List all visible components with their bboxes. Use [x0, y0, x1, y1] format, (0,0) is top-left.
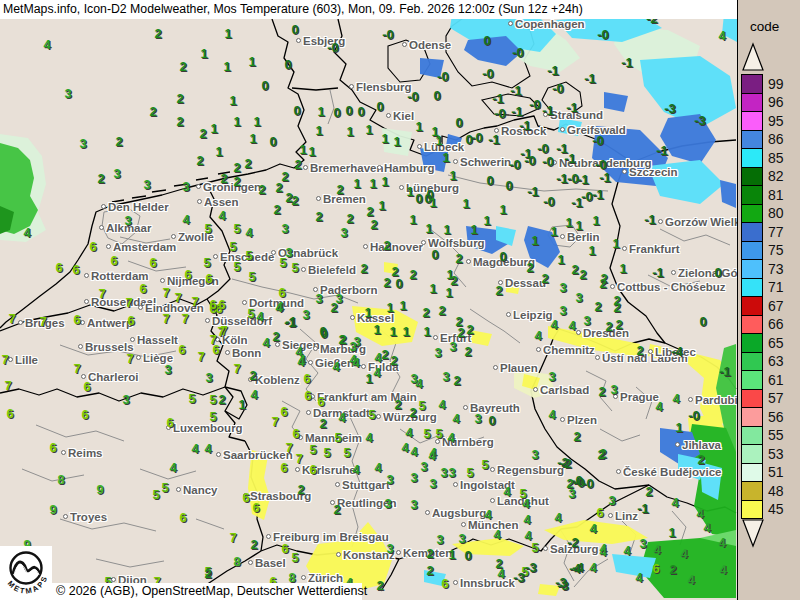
- temp-value: 2: [273, 203, 280, 216]
- temp-value: 4: [332, 360, 339, 373]
- temp-value: 5: [309, 443, 316, 456]
- temp-value: 6: [89, 240, 96, 253]
- temp-value: 2: [422, 306, 429, 319]
- city-label-kempten: Kempten: [396, 547, 452, 559]
- legend-arrow-up-icon: [741, 42, 765, 71]
- temp-value: 1: [299, 143, 306, 156]
- temp-value: 2: [250, 538, 257, 551]
- temp-value: 2: [97, 172, 104, 185]
- temp-value: 3: [458, 532, 465, 545]
- city-label-amsterdam: Amsterdam: [106, 241, 176, 253]
- temp-value: 1: [381, 132, 388, 145]
- temp-value: 0: [488, 414, 495, 427]
- temp-value: 6: [55, 261, 62, 274]
- temp-value: 2: [346, 212, 353, 225]
- city-label-cottbus-ch-ebuz: Cottbus - Chóśebuz: [610, 281, 726, 293]
- temp-value: 2: [315, 210, 322, 223]
- temp-value: -0: [494, 107, 506, 120]
- temp-value: 3: [559, 281, 566, 294]
- temp-value: 0: [455, 116, 462, 129]
- legend-code-label: 67: [768, 298, 784, 314]
- temp-value: 3: [608, 494, 615, 507]
- temp-value: 3: [436, 533, 443, 546]
- temp-value: 2: [566, 477, 573, 490]
- temp-value: -1: [621, 56, 633, 69]
- legend-swatch: [741, 500, 763, 520]
- temp-value: 4: [522, 497, 529, 510]
- temp-value: 1: [233, 115, 240, 128]
- temp-value: -1: [599, 171, 611, 184]
- temp-value: 6: [166, 416, 173, 429]
- legend-swatch: [741, 167, 763, 187]
- temp-value: -1: [719, 365, 731, 378]
- legend-swatch: [741, 389, 763, 409]
- temp-value: 0: [465, 133, 472, 146]
- legend-swatch: [741, 481, 763, 501]
- city-label-bonn: Bonn: [225, 347, 261, 359]
- temp-value: -0: [582, 477, 594, 490]
- legend-code-label: 80: [768, 205, 784, 221]
- city-label-troyes: Troyes: [63, 511, 107, 523]
- temp-value: 4: [338, 411, 345, 424]
- temp-value: 7: [229, 531, 236, 544]
- legend-entry: 67: [741, 296, 800, 316]
- temp-value: 6: [184, 268, 191, 281]
- temp-value: 1: [365, 372, 372, 385]
- temp-value: -0: [437, 70, 449, 83]
- temp-value: 7: [181, 312, 188, 325]
- temp-value: 2: [294, 158, 301, 171]
- temp-value: 2: [605, 320, 612, 333]
- temp-value: 5: [343, 446, 350, 459]
- metmaps-logo[interactable]: METMAPS: [0, 546, 52, 600]
- temp-value: 1: [200, 47, 207, 60]
- city-label-bielefeld: Bielefeld: [301, 264, 356, 276]
- temp-value: 1: [445, 286, 452, 299]
- temp-value: 3: [124, 214, 131, 227]
- temp-value: 4: [250, 388, 257, 401]
- temp-value: 4: [534, 329, 541, 342]
- temp-value: -0: [382, 28, 394, 41]
- legend-swatch: [741, 259, 763, 279]
- temp-value: 3: [449, 340, 456, 353]
- temp-value: 6: [81, 408, 88, 421]
- legend-swatch: [741, 463, 763, 483]
- temp-value: 4: [415, 377, 422, 390]
- city-label-den-helder: Den Helder: [101, 201, 169, 213]
- city-label-schwerin: Schwerin: [453, 156, 511, 168]
- temp-value: 9: [96, 483, 103, 496]
- temp-value: 6: [304, 389, 311, 402]
- temp-value: 2: [697, 453, 704, 466]
- temp-value: 5: [423, 427, 430, 440]
- city-label-regensburg: Regensburg: [490, 464, 564, 476]
- temp-value: 1: [675, 421, 682, 434]
- temp-value: 4: [503, 485, 510, 498]
- temp-value: 3: [434, 346, 441, 359]
- temp-value: 3: [384, 497, 391, 510]
- temp-value: 7: [4, 379, 11, 392]
- temp-value: 1: [373, 323, 380, 336]
- temp-value: 0: [464, 549, 471, 562]
- legend-swatch: [741, 296, 763, 316]
- temp-value: 3: [420, 460, 427, 473]
- temp-value: 2: [275, 181, 282, 194]
- city-label-luxembourg: Luxembourg: [166, 422, 243, 434]
- temp-value: 2: [383, 239, 390, 252]
- temp-value: -3: [513, 571, 525, 584]
- temp-value: 1: [378, 199, 385, 212]
- temp-value: 3: [164, 363, 171, 376]
- temp-value: 1: [353, 177, 360, 190]
- temp-value: 1: [365, 123, 372, 136]
- temp-value: 1: [381, 175, 388, 188]
- temp-value: -0: [529, 98, 541, 111]
- temp-value: 1: [557, 253, 564, 266]
- temp-value: 4: [428, 449, 435, 462]
- temp-value: 0: [357, 105, 364, 118]
- city-label-paderborn: Paderborn: [313, 284, 378, 296]
- temp-value: 3: [448, 466, 455, 479]
- weather-map[interactable]: EsbjergOdenseCopenhagenFlensburgKielLübe…: [0, 0, 737, 600]
- city-label-plzen: Plzen: [560, 414, 597, 426]
- temp-value: 3: [410, 471, 417, 484]
- legend-code-label: 96: [768, 94, 784, 110]
- temp-value: 1: [238, 398, 245, 411]
- temp-value: 1: [499, 203, 506, 216]
